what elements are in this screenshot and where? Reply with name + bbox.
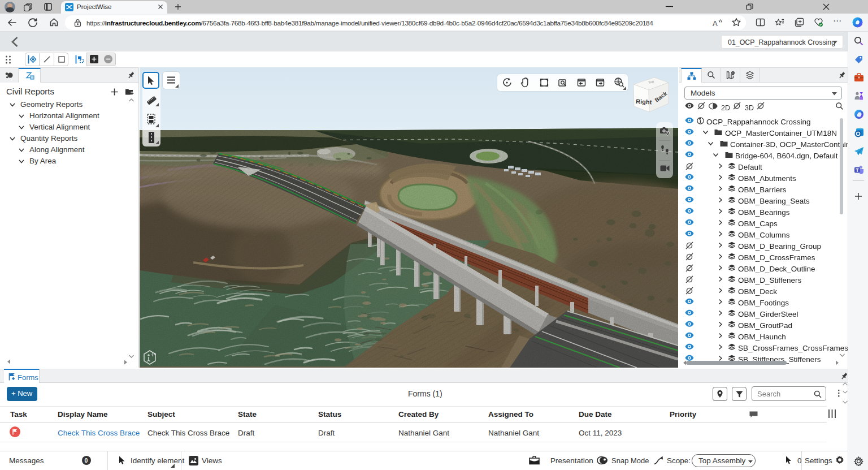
svg-text:A: A bbox=[713, 19, 718, 28]
svg-text:.js: .js bbox=[151, 351, 156, 356]
svg-text:Right: Right bbox=[636, 98, 652, 105]
